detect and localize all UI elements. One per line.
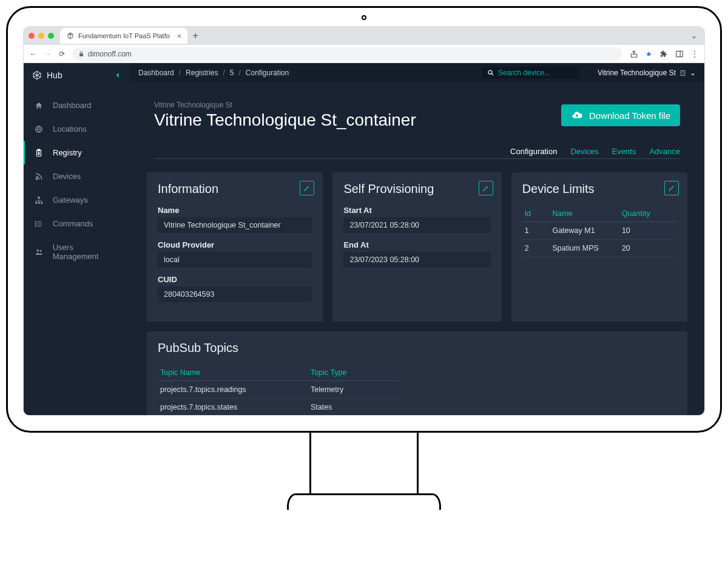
sidebar-item-locations[interactable]: Locations: [24, 117, 130, 141]
sidebar-item-commands[interactable]: Commands: [24, 212, 130, 235]
hub-logo-icon: [32, 70, 42, 80]
th-quantity: Quantity: [619, 206, 676, 222]
crumb[interactable]: Dashboard: [138, 69, 174, 77]
rss-icon: [35, 172, 44, 181]
app-root: Hub Dashboard Locations: [24, 63, 704, 415]
sidebar-item-label: Gateways: [53, 195, 88, 205]
search-box[interactable]: [482, 67, 579, 79]
svg-rect-16: [681, 70, 684, 75]
bookmark-icon[interactable]: ★: [645, 50, 652, 58]
page-supertitle: Vitrine Technologique St: [154, 101, 416, 109]
sidebar-item-users-management[interactable]: Users Management: [24, 235, 130, 268]
start-at-value: 23/07/2021 05:28:00: [343, 217, 490, 233]
information-card: Information Name Vitrine Technologique S…: [147, 172, 323, 322]
svg-point-12: [35, 225, 36, 226]
sidebar: Hub Dashboard Locations: [24, 63, 130, 415]
back-icon[interactable]: ←: [30, 50, 37, 58]
tabs-overflow-icon[interactable]: ⌄: [691, 32, 699, 40]
globe-icon: [35, 125, 44, 134]
tab-advance[interactable]: Advance: [649, 147, 680, 156]
account-switcher[interactable]: Vitrine Technologique St ⌄: [598, 69, 696, 77]
home-icon: [35, 101, 44, 110]
crumb: Configuration: [246, 69, 289, 77]
pubsub-card: PubSub Topics Topic Name Topic Type proj…: [147, 331, 687, 415]
menu-icon[interactable]: ⋮: [691, 50, 698, 58]
cell-topic-name: projects.7.topics.readings: [158, 381, 308, 399]
tab-configuration[interactable]: Configuration: [510, 147, 557, 156]
window-controls: [29, 33, 54, 39]
name-label: Name: [158, 206, 312, 215]
url-text: dimonoff.com: [88, 50, 132, 58]
cell-topic-type: Telemetry: [308, 381, 400, 399]
cuid-label: CUID: [158, 275, 312, 284]
svg-point-11: [35, 223, 36, 224]
table-row: 2 Spatium MPS 20: [522, 240, 676, 257]
side-panel-icon[interactable]: [675, 50, 684, 58]
tab-devices[interactable]: Devices: [570, 147, 598, 156]
table-row: 1 Gateway M1 10: [522, 222, 676, 240]
browser-window: Fundamentum IoT PaaS Platfo × + ⌄ ← → ⟳ …: [23, 26, 705, 416]
page-title: Vitrine Technologique St_container: [154, 110, 416, 130]
reload-icon[interactable]: ⟳: [59, 50, 65, 58]
sidebar-item-label: Locations: [53, 124, 87, 134]
crumb[interactable]: Registries: [186, 69, 218, 77]
sidebar-item-label: Registry: [53, 148, 82, 157]
minimize-window-icon[interactable]: [38, 33, 44, 39]
end-at-label: End At: [343, 240, 490, 249]
browser-addressbar: ← → ⟳ dimonoff.com ★: [24, 45, 704, 63]
cell-id: 1: [522, 222, 550, 240]
close-window-icon[interactable]: [29, 33, 35, 39]
users-icon: [35, 248, 44, 256]
sidebar-item-devices[interactable]: Devices: [24, 164, 130, 188]
share-icon[interactable]: [630, 50, 638, 58]
maximize-window-icon[interactable]: [48, 33, 54, 39]
monitor-stand: [309, 431, 419, 510]
sidebar-item-gateways[interactable]: Gateways: [24, 188, 130, 212]
self-provisioning-card: Self Provisioning Start At 23/07/2021 05…: [332, 172, 501, 322]
new-tab-button[interactable]: +: [192, 30, 198, 41]
name-value: Vitrine Technologique St_container: [158, 217, 312, 233]
close-tab-icon[interactable]: ×: [177, 32, 182, 41]
cell-qty: 10: [619, 222, 676, 240]
sidebar-item-dashboard[interactable]: Dashboard: [24, 93, 130, 117]
sidebar-item-registry[interactable]: Registry: [24, 141, 130, 164]
chevron-down-icon: ⌄: [690, 69, 696, 77]
sitemap-icon: [35, 196, 44, 205]
download-token-button[interactable]: Download Token file: [561, 104, 680, 126]
sidebar-item-label: Devices: [53, 172, 81, 181]
svg-point-14: [39, 250, 41, 252]
th-id: Id: [522, 206, 550, 222]
cards-row: Information Name Vitrine Technologique S…: [147, 172, 687, 322]
sidebar-item-label: Commands: [53, 219, 93, 228]
cell-qty: 20: [619, 240, 676, 257]
card-title: Device Limits: [522, 182, 676, 196]
content: Vitrine Technologique St Vitrine Technol…: [130, 83, 704, 415]
page-header: Vitrine Technologique St Vitrine Technol…: [154, 101, 680, 130]
th-name: Name: [550, 206, 619, 222]
tab-events[interactable]: Events: [612, 147, 636, 156]
edit-self-provisioning-button[interactable]: [479, 181, 493, 195]
main-area: Dashboard/ Registries/ 5/ Configuration …: [130, 63, 704, 415]
svg-rect-4: [38, 149, 40, 150]
forward-icon[interactable]: →: [44, 50, 52, 58]
content-tabs: Configuration Devices Events Advance: [154, 147, 680, 159]
search-icon: [487, 69, 494, 76]
device-limits-table: Id Name Quantity 1 Gateway M1 10: [522, 206, 676, 257]
svg-rect-6: [38, 197, 40, 198]
cell-id: 2: [522, 240, 550, 257]
sidebar-brand: Hub: [47, 70, 62, 80]
edit-device-limits-button[interactable]: [664, 181, 679, 195]
table-row: projects.7.topics.readings Telemetry: [158, 381, 400, 399]
svg-point-15: [488, 70, 492, 74]
edit-information-button[interactable]: [300, 181, 314, 195]
crumb[interactable]: 5: [230, 69, 234, 77]
address-input[interactable]: dimonoff.com: [72, 47, 622, 61]
th-topic-name: Topic Name: [158, 365, 308, 381]
card-title: Self Provisioning: [343, 182, 490, 196]
browser-tab[interactable]: Fundamentum IoT PaaS Platfo ×: [60, 28, 187, 44]
topbar: Dashboard/ Registries/ 5/ Configuration …: [130, 63, 704, 83]
sidebar-item-label: Dashboard: [53, 101, 92, 110]
search-input[interactable]: [498, 69, 575, 77]
extensions-icon[interactable]: [659, 50, 668, 58]
collapse-sidebar-icon[interactable]: [114, 72, 121, 79]
